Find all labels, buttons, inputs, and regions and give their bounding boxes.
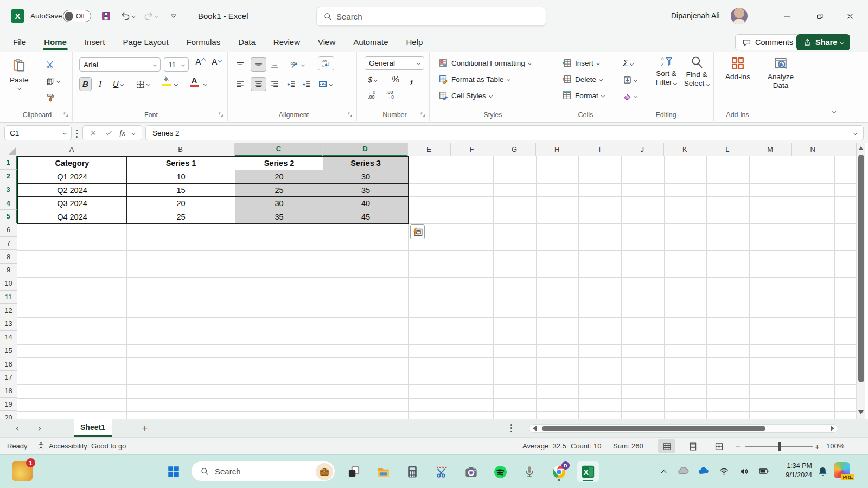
expand-formula-bar-icon[interactable] (853, 131, 857, 134)
accounting-format-button[interactable] (368, 73, 377, 87)
fill-color-dropdown[interactable] (175, 77, 177, 91)
orientation-button[interactable]: ab (290, 57, 304, 72)
avatar[interactable] (731, 8, 748, 24)
cell-A5[interactable]: Q4 2024 (17, 210, 127, 224)
restore-button[interactable] (812, 9, 828, 24)
start-button[interactable] (163, 461, 184, 482)
align-bottom-button[interactable] (270, 57, 279, 72)
row-header-4[interactable]: 4 (0, 196, 17, 210)
cell-B2[interactable]: 10 (126, 170, 235, 184)
user-name[interactable]: Dipanjenah Ali (671, 11, 720, 20)
row-header-20[interactable]: 20 (0, 411, 17, 419)
row-header-1[interactable]: 1 (0, 156, 17, 170)
find-select-button[interactable]: Find &Select (682, 55, 711, 88)
align-top-button[interactable] (235, 57, 245, 72)
analyze-data-button[interactable]: AnalyzeData (764, 56, 797, 90)
cell-A1[interactable]: Category (17, 156, 127, 170)
number-format-select[interactable]: General (365, 56, 424, 70)
column-header-D[interactable]: D (323, 143, 408, 156)
cell-C1[interactable]: Series 2 (235, 156, 323, 170)
ribbon-tab-data[interactable]: Data (237, 34, 257, 50)
camera-taskbar-icon[interactable] (460, 461, 482, 482)
column-header-overflow[interactable] (834, 143, 857, 156)
ribbon-tab-page-layout[interactable]: Page Layout (122, 34, 169, 50)
row-header-9[interactable]: 9 (0, 264, 17, 277)
row-header-10[interactable]: 10 (0, 277, 17, 291)
column-header-L[interactable]: L (706, 143, 749, 156)
row-header-14[interactable]: 14 (0, 331, 17, 344)
column-header-H[interactable]: H (536, 143, 579, 156)
cell-A4[interactable]: Q3 2024 (17, 196, 127, 210)
font-size-select[interactable]: 11 (164, 57, 189, 72)
minimize-button[interactable] (779, 9, 795, 24)
autosum-button[interactable] (623, 56, 633, 70)
cell-D4[interactable]: 40 (323, 196, 409, 210)
comments-button[interactable]: Comments (735, 34, 800, 50)
cell-B5[interactable]: 25 (126, 210, 235, 224)
row-header-13[interactable]: 13 (0, 317, 17, 331)
cell-D2[interactable]: 30 (323, 170, 409, 184)
ribbon-tab-view[interactable]: View (317, 34, 336, 50)
conditional-formatting-button[interactable]: Conditional Formatting (438, 56, 531, 69)
undo-button[interactable] (120, 9, 135, 23)
format-as-table-button[interactable]: Format as Table (438, 73, 510, 86)
prev-sheet-button[interactable] (13, 423, 23, 433)
horizontal-scrollbar[interactable] (529, 424, 838, 433)
number-dialog-launcher[interactable] (420, 112, 426, 118)
increase-indent-button[interactable] (302, 77, 311, 91)
volume-icon[interactable] (735, 461, 752, 481)
clock[interactable]: 1:34 PM 9/1/2024 (768, 461, 812, 480)
merge-center-button[interactable] (318, 77, 333, 91)
row-header-5[interactable]: 5 (0, 210, 17, 223)
autosave-toggle[interactable]: Off (63, 10, 91, 22)
cell-B1[interactable]: Series 1 (126, 156, 235, 170)
cell-B4[interactable]: 20 (126, 196, 235, 210)
decrease-decimal-button[interactable]: .00→0 (386, 88, 394, 102)
column-header-C[interactable]: C (235, 143, 323, 156)
scroll-left-icon[interactable] (533, 426, 537, 431)
cell-C2[interactable]: 20 (235, 170, 323, 184)
ribbon-tab-insert[interactable]: Insert (84, 34, 106, 50)
row-header-15[interactable]: 15 (0, 344, 17, 358)
file-explorer-taskbar-icon[interactable] (372, 461, 394, 482)
row-header-7[interactable]: 7 (0, 237, 17, 251)
alignment-dialog-launcher[interactable] (347, 112, 353, 118)
percent-format-button[interactable] (392, 73, 399, 87)
row-header-19[interactable]: 19 (0, 398, 17, 412)
font-name-select[interactable]: Arial (79, 57, 161, 72)
font-color-dropdown[interactable] (204, 77, 207, 91)
namebox-resize-handle[interactable] (76, 130, 78, 138)
column-header-K[interactable]: K (664, 143, 707, 156)
widgets-button[interactable]: 1 (12, 461, 33, 481)
close-button[interactable] (842, 9, 858, 24)
cell-C5[interactable]: 35 (235, 210, 323, 224)
ribbon-tab-formulas[interactable]: Formulas (186, 34, 222, 50)
share-button[interactable]: Share (796, 34, 850, 50)
column-header-F[interactable]: F (451, 143, 494, 156)
select-all-button[interactable] (0, 143, 17, 156)
chrome-taskbar-icon[interactable]: D (548, 461, 570, 482)
collapse-ribbon-button[interactable] (832, 104, 835, 118)
wifi-icon[interactable] (715, 461, 732, 481)
insert-cells-button[interactable]: Insert (562, 56, 599, 69)
column-header-B[interactable]: B (126, 143, 235, 156)
cell-C4[interactable]: 30 (235, 196, 323, 210)
cancel-entry-icon[interactable] (90, 129, 98, 137)
page-break-view-button[interactable] (710, 439, 727, 453)
notifications-button[interactable] (814, 461, 831, 481)
row-header-8[interactable]: 8 (0, 250, 17, 264)
excel-logo-icon[interactable] (11, 9, 24, 23)
ribbon-tab-help[interactable]: Help (405, 34, 424, 50)
normal-view-button[interactable] (658, 439, 675, 453)
cell-styles-button[interactable]: Cell Styles (438, 89, 492, 102)
column-header-N[interactable]: N (792, 143, 834, 156)
borders-button[interactable] (136, 77, 150, 91)
excel-taskbar-icon[interactable]: X (577, 461, 599, 482)
insert-function-icon[interactable] (119, 128, 125, 138)
ribbon-tab-file[interactable]: File (12, 34, 27, 50)
cell-D1[interactable]: Series 3 (323, 156, 409, 170)
decrease-indent-button[interactable] (286, 77, 296, 91)
scroll-down-icon[interactable] (858, 410, 864, 414)
confirm-entry-icon[interactable] (105, 129, 113, 137)
align-left-button[interactable] (235, 77, 245, 91)
